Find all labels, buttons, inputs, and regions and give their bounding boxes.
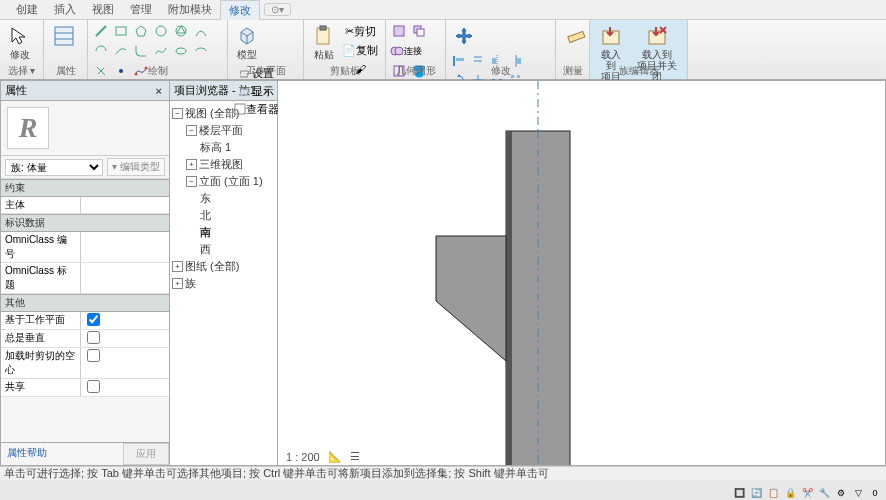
tree-level1[interactable]: 标高 1	[172, 139, 275, 156]
svg-rect-18	[394, 26, 404, 36]
panel-clipboard: 粘贴 ✂ 剪切 📄 复制 🖌 剪贴板	[304, 20, 386, 79]
cut-button[interactable]: ✂ 剪切	[342, 22, 378, 40]
svg-point-6	[156, 26, 166, 36]
polygon-icon[interactable]	[132, 22, 150, 40]
join-button[interactable]: 连接	[390, 42, 422, 60]
status-icon-4[interactable]: 🔒	[783, 486, 797, 500]
tree-sheets[interactable]: +图纸 (全部)	[172, 258, 275, 275]
wp-based-checkbox[interactable]	[87, 313, 100, 326]
apply-button[interactable]: 应用	[123, 443, 169, 465]
section-constraints: 约束	[1, 179, 169, 197]
tab-addins[interactable]: 附加模块	[160, 0, 220, 19]
modify-button[interactable]: 修改	[4, 22, 36, 62]
status-icon-1[interactable]: 🔲	[732, 486, 746, 500]
toggle-icon[interactable]: +	[186, 159, 197, 170]
properties-button[interactable]	[48, 22, 80, 50]
spline-icon[interactable]	[152, 42, 170, 60]
move-button[interactable]	[450, 22, 478, 50]
arc-center-icon[interactable]	[92, 42, 110, 60]
svg-rect-42	[568, 31, 585, 42]
panel-select-label[interactable]: 选择 ▾	[0, 64, 43, 78]
toggle-icon[interactable]: +	[172, 278, 183, 289]
svg-rect-4	[116, 27, 126, 35]
move-icon	[452, 24, 476, 48]
visual-style-icon[interactable]: ☰	[350, 450, 360, 463]
model-icon	[235, 24, 259, 48]
tab-view[interactable]: 视图	[84, 0, 122, 19]
copy-button[interactable]: 📄 复制	[342, 41, 378, 59]
cut-geom-icon[interactable]	[410, 22, 428, 40]
shared-checkbox[interactable]	[87, 380, 100, 393]
inscribed-icon[interactable]	[172, 22, 190, 40]
svg-rect-0	[55, 27, 73, 45]
line-icon[interactable]	[92, 22, 110, 40]
viewer-button[interactable]: 查看器	[232, 100, 281, 118]
cope-icon[interactable]	[390, 22, 408, 40]
tab-create[interactable]: 创建	[8, 0, 46, 19]
main-area: 属性 × R 族: 体量 ▾ 编辑类型 约束 主体 标识数据 OmniClass…	[0, 80, 886, 466]
help-dropdown[interactable]: ⊙▾	[264, 3, 291, 16]
toggle-icon[interactable]: −	[186, 176, 197, 187]
tab-modify[interactable]: 修改	[220, 0, 260, 20]
prop-omni-title: OmniClass 标题	[1, 263, 169, 294]
prop-cut-void: 加载时剪切的空心	[1, 348, 169, 379]
load-icon	[599, 24, 623, 48]
status-icon-7[interactable]: ⚙	[834, 486, 848, 500]
cut-void-checkbox[interactable]	[87, 349, 100, 362]
measure-button[interactable]	[560, 22, 592, 50]
panel-clip-label: 剪贴板	[304, 64, 385, 78]
edit-type-button[interactable]: ▾ 编辑类型	[107, 158, 165, 176]
status-icon-5[interactable]: ✂️	[800, 486, 814, 500]
show-wp-button[interactable]: 显示	[232, 82, 281, 100]
circle-icon[interactable]	[152, 22, 170, 40]
panel-modify: 📌 📍 修改	[446, 20, 556, 79]
partial-ellipse-icon[interactable]	[192, 42, 210, 60]
arc-tangent-icon[interactable]	[112, 42, 130, 60]
status-badge-count[interactable]: 0	[868, 486, 882, 500]
prop-shared: 共享	[1, 379, 169, 397]
properties-help-link[interactable]: 属性帮助	[1, 443, 123, 465]
arc-start-icon[interactable]	[192, 22, 210, 40]
ellipse-icon[interactable]	[172, 42, 190, 60]
drawing-canvas[interactable]: 1 : 200 📐 ☰	[278, 80, 886, 466]
tree-floorplans[interactable]: −楼层平面	[172, 122, 275, 139]
tree-south[interactable]: 南	[172, 224, 275, 241]
tree-elevations[interactable]: −立面 (立面 1)	[172, 173, 275, 190]
status-icon-2[interactable]: 🔄	[749, 486, 763, 500]
omni-num-input[interactable]	[85, 233, 165, 244]
status-icon-6[interactable]: 🔧	[817, 486, 831, 500]
svg-marker-5	[136, 26, 146, 36]
svg-point-9	[176, 48, 186, 54]
status-icon-3[interactable]: 📋	[766, 486, 780, 500]
rect-icon[interactable]	[112, 22, 130, 40]
svg-rect-49	[506, 131, 512, 466]
toggle-icon[interactable]: −	[172, 108, 183, 119]
tree-east[interactable]: 东	[172, 190, 275, 207]
omni-title-input[interactable]	[85, 264, 165, 275]
elevation-drawing	[278, 81, 886, 466]
tree-families[interactable]: +族	[172, 275, 275, 292]
status-right-icons: 🔲 🔄 📋 🔒 ✂️ 🔧 ⚙ ▽ 0	[732, 486, 882, 500]
tree-3dviews[interactable]: +三维视图	[172, 156, 275, 173]
family-select[interactable]: 族: 体量	[5, 159, 103, 176]
close-properties-icon[interactable]: ×	[153, 85, 165, 97]
tree-north[interactable]: 北	[172, 207, 275, 224]
detail-level-icon[interactable]: 📐	[328, 450, 342, 463]
tree-west[interactable]: 西	[172, 241, 275, 258]
toggle-icon[interactable]: −	[186, 125, 197, 136]
arc-fillet-icon[interactable]	[132, 42, 150, 60]
host-input[interactable]	[85, 198, 165, 209]
panel-measure: 测量	[556, 20, 590, 79]
always-vert-checkbox[interactable]	[87, 331, 100, 344]
tab-insert[interactable]: 插入	[46, 0, 84, 19]
panel-props-label: 属性	[44, 64, 87, 78]
status-icon-8[interactable]: ▽	[851, 486, 865, 500]
paste-button[interactable]: 粘贴	[308, 22, 340, 62]
panel-draw: 绘制	[88, 20, 228, 79]
status-bar: 单击可进行选择; 按 Tab 键并单击可选择其他项目; 按 Ctrl 键并单击可…	[0, 466, 886, 480]
model-button[interactable]: 模型	[232, 22, 262, 62]
section-other: 其他	[1, 294, 169, 312]
scale-selector[interactable]: 1 : 200	[286, 451, 320, 463]
tab-manage[interactable]: 管理	[122, 0, 160, 19]
toggle-icon[interactable]: +	[172, 261, 183, 272]
